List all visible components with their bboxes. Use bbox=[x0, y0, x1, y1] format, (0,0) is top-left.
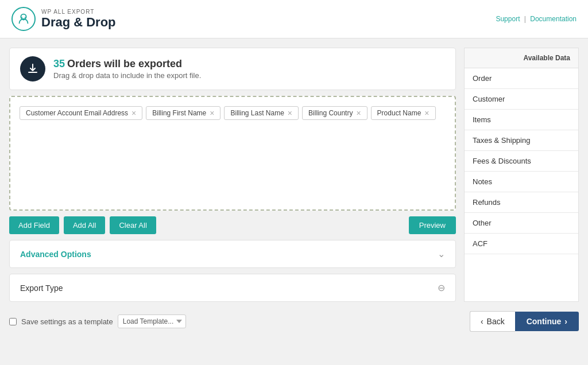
advanced-options-section[interactable]: Advanced Options ⌄ bbox=[9, 240, 456, 268]
available-data-refunds[interactable]: Refunds bbox=[465, 192, 578, 213]
add-field-button[interactable]: Add Field bbox=[9, 216, 59, 234]
remove-icon-2[interactable]: × bbox=[288, 109, 292, 117]
remove-icon-1[interactable]: × bbox=[210, 109, 214, 117]
preview-button[interactable]: Preview bbox=[409, 216, 456, 234]
advanced-options-chevron: ⌄ bbox=[438, 248, 445, 259]
load-template-select[interactable]: Load Template... bbox=[118, 314, 186, 328]
continue-chevron-icon: › bbox=[564, 317, 567, 326]
available-data-items[interactable]: Items bbox=[465, 110, 578, 130]
available-data-order[interactable]: Order bbox=[465, 68, 578, 89]
remove-icon-4[interactable]: × bbox=[424, 109, 429, 117]
export-title: Orders will be exported bbox=[67, 58, 182, 69]
export-subtitle: Drag & drop data to include in the expor… bbox=[53, 71, 201, 80]
export-type-label: Export Type bbox=[20, 284, 63, 293]
clear-all-button[interactable]: Clear All bbox=[110, 216, 156, 234]
remove-icon-0[interactable]: × bbox=[131, 109, 136, 117]
plugin-name-small: WP ALL EXPORT bbox=[41, 9, 116, 15]
field-tag-2[interactable]: Billing Last Name × bbox=[224, 106, 299, 120]
logo-area: WP ALL EXPORT Drag & Drop bbox=[11, 7, 116, 31]
plugin-name-big: Drag & Drop bbox=[41, 15, 116, 30]
info-banner: 35 Orders will be exported Drag & drop d… bbox=[9, 48, 456, 90]
drag-drop-area: Customer Account Email Address × Billing… bbox=[9, 96, 456, 211]
download-icon bbox=[20, 56, 45, 81]
logo-icon bbox=[11, 7, 36, 31]
nav-buttons: ‹ Back Continue › bbox=[470, 311, 579, 332]
info-text: 35 Orders will be exported Drag & drop d… bbox=[53, 58, 201, 80]
top-links: Support | Documentation bbox=[496, 15, 577, 23]
back-button[interactable]: ‹ Back bbox=[470, 311, 515, 332]
available-data-list: Order Customer Items Taxes & Shipping Fe… bbox=[465, 68, 578, 254]
available-data-customer[interactable]: Customer bbox=[465, 89, 578, 110]
field-tag-0[interactable]: Customer Account Email Address × bbox=[20, 106, 142, 120]
support-link[interactable]: Support bbox=[496, 15, 520, 23]
order-count: 35 bbox=[53, 58, 65, 69]
field-tag-4[interactable]: Product Name × bbox=[371, 106, 436, 120]
remove-icon-3[interactable]: × bbox=[356, 109, 361, 117]
field-tags-container: Customer Account Email Address × Billing… bbox=[20, 106, 446, 120]
documentation-link[interactable]: Documentation bbox=[530, 15, 577, 23]
add-all-button[interactable]: Add All bbox=[64, 216, 105, 234]
advanced-options-label: Advanced Options bbox=[20, 250, 91, 259]
save-template-checkbox[interactable] bbox=[9, 318, 17, 325]
available-data-taxes-shipping[interactable]: Taxes & Shipping bbox=[465, 130, 578, 151]
export-type-section[interactable]: Export Type ⊖ bbox=[9, 274, 456, 302]
footer-area: Save settings as a template Load Templat… bbox=[0, 302, 588, 341]
available-data-panel: Available Data Order Customer Items Taxe… bbox=[464, 48, 579, 302]
field-tag-3[interactable]: Billing Country × bbox=[302, 106, 368, 120]
save-template-label: Save settings as a template bbox=[21, 317, 113, 326]
available-data-notes[interactable]: Notes bbox=[465, 172, 578, 192]
available-data-header: Available Data bbox=[465, 48, 578, 68]
save-template-section: Save settings as a template Load Templat… bbox=[9, 314, 186, 328]
continue-button[interactable]: Continue › bbox=[515, 312, 579, 331]
back-chevron-icon: ‹ bbox=[481, 317, 483, 326]
available-data-other[interactable]: Other bbox=[465, 213, 578, 234]
available-data-acf[interactable]: ACF bbox=[465, 234, 578, 254]
field-tag-1[interactable]: Billing First Name × bbox=[146, 106, 220, 120]
available-data-fees-discounts[interactable]: Fees & Discounts bbox=[465, 151, 578, 172]
export-type-chevron: ⊖ bbox=[438, 282, 445, 293]
action-buttons: Add Field Add All Clear All Preview bbox=[9, 216, 456, 234]
